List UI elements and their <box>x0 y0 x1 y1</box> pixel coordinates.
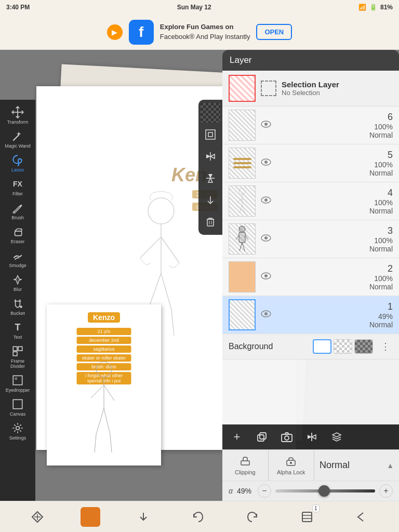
alpha-slider-thumb[interactable] <box>318 485 330 497</box>
alpha-percent-label: 49% <box>237 487 254 495</box>
layer-eye-2[interactable] <box>260 272 272 283</box>
layer-item-6[interactable]: 6 100% Normal <box>222 107 399 144</box>
right-float-toolbar <box>198 100 222 235</box>
tool-transform[interactable]: Transform <box>3 104 32 127</box>
layer-list[interactable]: Selection Layer No Selection 6 100% Norm… <box>222 71 399 424</box>
svg-point-27 <box>16 427 20 430</box>
float-delete-button[interactable] <box>201 212 220 232</box>
alpha-slider-row: α 49% − + <box>222 481 399 501</box>
layer-blend-1: Normal <box>369 321 393 329</box>
ad-open-button[interactable]: OPEN <box>256 24 292 40</box>
selection-layer-item[interactable]: Selection Layer No Selection <box>222 71 399 107</box>
text-label: Text <box>14 335 22 340</box>
svg-rect-18 <box>15 231 22 236</box>
svg-point-31 <box>264 161 268 164</box>
tool-magic-wand[interactable]: Magic Wand <box>3 128 32 151</box>
smudge-label: Smudge <box>9 263 26 268</box>
layer-item-5[interactable]: 5 100% Normal <box>222 144 399 182</box>
svg-line-3 <box>161 237 179 263</box>
svg-line-43 <box>242 243 245 251</box>
tool-eyedropper[interactable]: Eyedropper <box>3 372 32 395</box>
line1 <box>233 158 251 160</box>
alpha-slider-track[interactable] <box>275 489 375 493</box>
blend-mode-selector[interactable]: Normal ▲ <box>314 460 399 471</box>
tool-filter[interactable]: FX Filter <box>3 176 32 198</box>
eyedropper-icon <box>11 374 24 387</box>
tool-bucket[interactable]: Bucket <box>3 295 32 318</box>
svg-point-29 <box>264 123 268 126</box>
tool-smudge[interactable]: Smudge <box>3 247 32 270</box>
layer-info-3: 3 100% Normal <box>276 225 393 253</box>
bottom-redo-button[interactable] <box>241 506 264 528</box>
float-checker-button[interactable] <box>201 103 220 123</box>
svg-rect-23 <box>13 352 17 356</box>
float-flip-h-button[interactable] <box>201 147 220 166</box>
layer-add-button[interactable]: + <box>229 429 245 445</box>
svg-rect-60 <box>207 219 214 226</box>
svg-line-44 <box>236 235 239 240</box>
layer-blend-4: Normal <box>369 207 393 215</box>
tool-brush[interactable]: Brush <box>3 200 32 222</box>
clipping-button[interactable]: Clipping <box>222 450 269 481</box>
svg-point-51 <box>264 312 268 315</box>
layer-info-4: 4 100% Normal <box>276 188 393 215</box>
layer-thumb-3 <box>229 223 256 255</box>
tool-settings[interactable]: Settings <box>3 420 32 443</box>
layer-eye-6[interactable] <box>260 120 272 131</box>
layer-thumb-6 <box>229 110 256 141</box>
selection-layer-subtitle: No Selection <box>282 89 339 97</box>
left-toolbar: Transform Magic Wand Lasso FX Filter Bru… <box>0 100 35 532</box>
tool-frame-divider[interactable]: Frame Divider <box>3 343 32 371</box>
layer-item-3[interactable]: 3 100% Normal <box>222 220 399 258</box>
alpha-increase-button[interactable]: + <box>379 484 393 498</box>
bg-more-button[interactable]: ⋮ <box>378 339 393 354</box>
bottom-back-button[interactable] <box>350 506 373 528</box>
layer-eye-1[interactable] <box>260 310 272 321</box>
alpha-decrease-button[interactable]: − <box>258 484 271 498</box>
layer-blend-5: Normal <box>369 169 393 177</box>
svg-line-13 <box>104 408 110 434</box>
bottom-layers-button[interactable]: 1 <box>296 506 318 528</box>
eyedropper-label: Eyedropper <box>6 388 30 393</box>
layer-stack-button[interactable] <box>328 429 345 445</box>
bg-swatch-checker[interactable] <box>334 339 352 354</box>
alpha-lock-button[interactable]: Alpha Lock <box>269 450 315 481</box>
layer-thumb-5 <box>229 148 256 179</box>
blur-label: Blur <box>14 287 22 292</box>
layer-panel-title: Layer <box>230 55 252 65</box>
tool-blur[interactable]: Blur <box>3 271 32 294</box>
line3 <box>233 166 251 168</box>
bg-swatch-white[interactable] <box>313 339 331 354</box>
bottom-modify-button[interactable] <box>26 506 49 528</box>
svg-rect-21 <box>13 347 17 351</box>
svg-line-11 <box>104 385 114 401</box>
layer-eye-5[interactable] <box>260 158 272 169</box>
layer-flip-button[interactable] <box>303 429 320 445</box>
layer-item-4[interactable]: 4 100% Normal <box>222 182 399 220</box>
bottom-download-button[interactable] <box>132 506 155 528</box>
svg-point-40 <box>239 226 245 232</box>
bottom-undo-button[interactable] <box>187 506 209 528</box>
svg-line-36 <box>240 205 242 213</box>
layer-opacity-1: 49% <box>378 312 393 321</box>
background-row[interactable]: Background ⋮ <box>222 334 399 360</box>
eraser-label: Eraser <box>11 239 25 244</box>
tool-text[interactable]: T Text <box>3 319 32 342</box>
float-flip-v-button[interactable] <box>201 168 220 188</box>
layer-eye-4[interactable] <box>260 196 272 207</box>
tool-lasso[interactable]: Lasso <box>3 152 32 175</box>
tool-eraser[interactable]: Eraser <box>3 223 32 246</box>
layer-duplicate-button[interactable] <box>254 429 270 445</box>
layer-item-1[interactable]: 1 49% Normal <box>222 296 399 334</box>
alpha-lock-label: Alpha Lock <box>273 469 310 475</box>
float-select-transform-button[interactable] <box>201 125 220 144</box>
tool-canvas[interactable]: Canvas <box>3 396 32 419</box>
svg-line-34 <box>237 198 242 203</box>
float-move-down-button[interactable] <box>201 190 220 210</box>
layer-eye-3[interactable] <box>260 234 272 245</box>
layer-num-2: 2 <box>388 263 393 274</box>
layer-camera-button[interactable] <box>278 429 295 445</box>
bg-swatch-dark[interactable] <box>354 339 373 354</box>
bottom-color-swatch[interactable] <box>81 507 100 527</box>
layer-item-2[interactable]: 2 100% Normal <box>222 258 399 296</box>
